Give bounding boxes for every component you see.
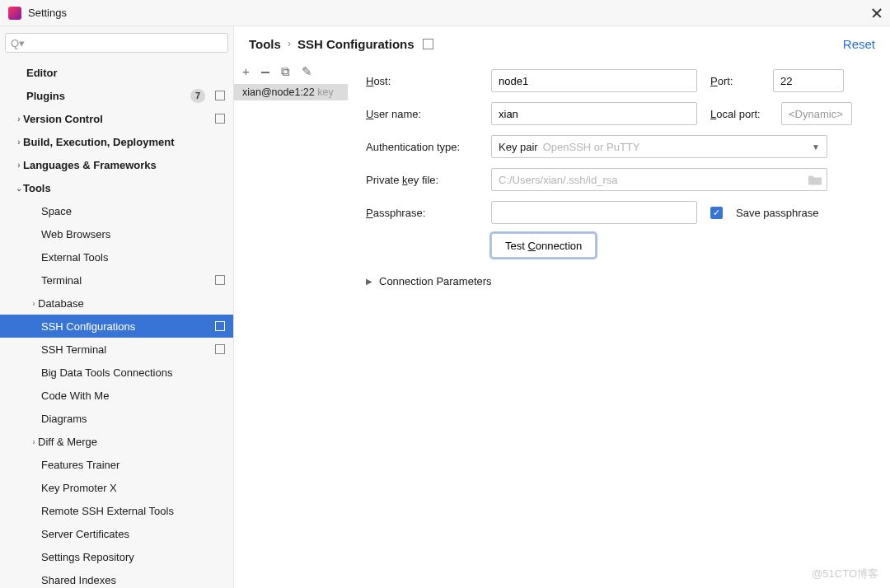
- sidebar-item-big-data-tools[interactable]: Big Data Tools Connections: [0, 361, 233, 384]
- sidebar-item-version-control[interactable]: ›Version Control: [0, 107, 233, 130]
- sidebar-label: Server Certificates: [41, 528, 225, 540]
- authtype-label: Authentication type:: [366, 141, 478, 153]
- breadcrumb: Tools › SSH Configurations Reset: [234, 26, 890, 61]
- add-icon[interactable]: +: [242, 64, 250, 79]
- connection-parameters-toggle[interactable]: ▶ Connection Parameters: [366, 275, 867, 287]
- keyfile-input[interactable]: [499, 174, 808, 186]
- test-connection-button[interactable]: Test Connection: [491, 233, 596, 258]
- keyfile-input-wrap[interactable]: [491, 168, 827, 191]
- localport-input[interactable]: [781, 102, 852, 125]
- chevron-right-icon: ›: [15, 114, 23, 124]
- search-input[interactable]: [28, 37, 222, 49]
- sidebar-label: Tools: [23, 182, 225, 194]
- sidebar-label: SSH Configurations: [41, 320, 210, 333]
- passphrase-label: Passphrase:: [366, 207, 478, 219]
- browse-icon[interactable]: [808, 175, 822, 185]
- passphrase-input[interactable]: [491, 201, 697, 224]
- sidebar-label: Web Browsers: [41, 228, 225, 240]
- authtype-select[interactable]: Key pairOpenSSH or PuTTY ▼: [491, 135, 827, 158]
- config-item-name: xian@node1:22: [242, 86, 315, 98]
- sidebar-label: Languages & Frameworks: [23, 159, 225, 171]
- sidebar-label: Big Data Tools Connections: [41, 366, 225, 379]
- keyfile-label: Private key file:: [366, 174, 478, 186]
- remove-icon[interactable]: [261, 64, 269, 79]
- authtype-hint: OpenSSH or PuTTY: [543, 141, 640, 153]
- host-label: Host:: [366, 75, 478, 87]
- connection-parameters-label: Connection Parameters: [379, 275, 492, 287]
- search-icon: Q▾: [11, 37, 25, 49]
- sidebar-item-server-certificates[interactable]: Server Certificates: [0, 522, 233, 545]
- sidebar-label: Diagrams: [41, 413, 225, 425]
- config-list-item[interactable]: xian@node1:22 key: [234, 84, 348, 100]
- sidebar-item-database[interactable]: ›Database: [0, 292, 233, 315]
- project-scope-icon: [215, 275, 225, 285]
- sidebar-label: Settings Repository: [41, 551, 225, 563]
- sidebar-item-terminal[interactable]: Terminal: [0, 268, 233, 292]
- reset-link[interactable]: Reset: [843, 37, 875, 51]
- save-passphrase-label: Save passphrase: [736, 207, 818, 219]
- sidebar-item-shared-indexes[interactable]: Shared Indexes: [0, 568, 233, 588]
- breadcrumb-root[interactable]: Tools: [249, 37, 281, 51]
- sidebar-label: Database: [38, 297, 225, 310]
- sidebar-item-editor[interactable]: Editor: [0, 61, 233, 84]
- sidebar-item-key-promoter[interactable]: Key Promoter X: [0, 476, 233, 499]
- edit-icon[interactable]: ✎: [302, 64, 312, 79]
- sidebar-label: External Tools: [41, 251, 225, 264]
- sidebar-label: Terminal: [41, 274, 210, 287]
- sidebar-label: Shared Indexes: [41, 574, 225, 586]
- sidebar-item-external-tools[interactable]: External Tools: [0, 245, 233, 268]
- sidebar-item-build-exec-deploy[interactable]: ›Build, Execution, Deployment: [0, 130, 233, 153]
- window-title: Settings: [28, 7, 872, 19]
- sidebar-item-ssh-configurations[interactable]: SSH Configurations: [0, 315, 233, 338]
- project-scope-icon: [215, 321, 225, 331]
- sidebar-item-space[interactable]: Space: [0, 199, 233, 222]
- config-item-auth: key: [315, 86, 334, 98]
- project-scope-icon: [215, 344, 225, 354]
- localport-label: Local port:: [710, 108, 768, 120]
- search-box[interactable]: Q▾: [5, 33, 228, 53]
- port-input[interactable]: [773, 69, 844, 92]
- sidebar-label: Diff & Merge: [38, 436, 225, 448]
- sidebar-label: Space: [41, 205, 225, 217]
- sidebar-item-diagrams[interactable]: Diagrams: [0, 407, 233, 430]
- sidebar-label: Build, Execution, Deployment: [23, 136, 225, 148]
- plugins-badge: 7: [190, 89, 205, 103]
- app-icon: [8, 7, 21, 20]
- breadcrumb-leaf: SSH Configurations: [297, 37, 415, 51]
- username-input[interactable]: [491, 102, 697, 125]
- sidebar-item-lang-frameworks[interactable]: ›Languages & Frameworks: [0, 153, 233, 176]
- authtype-value: Key pair: [499, 141, 538, 153]
- sidebar-label: Code With Me: [41, 390, 225, 402]
- chevron-right-icon: ›: [30, 299, 38, 308]
- copy-icon[interactable]: ⧉: [281, 64, 290, 79]
- port-label: Port:: [710, 75, 760, 87]
- sidebar-label: Version Control: [23, 113, 210, 125]
- chevron-right-icon: ›: [30, 437, 38, 446]
- sidebar-item-diff-merge[interactable]: ›Diff & Merge: [0, 430, 233, 453]
- sidebar-label: SSH Terminal: [41, 343, 210, 356]
- username-label: User name:: [366, 108, 478, 120]
- project-scope-icon: [215, 91, 225, 100]
- sidebar-label: Remote SSH External Tools: [41, 505, 225, 517]
- sidebar-item-remote-ssh-ext-tools[interactable]: Remote SSH External Tools: [0, 499, 233, 522]
- sidebar-label: Key Promoter X: [41, 482, 225, 494]
- chevron-right-icon: ›: [288, 38, 291, 49]
- chevron-down-icon: ▼: [812, 142, 820, 152]
- sidebar-item-plugins[interactable]: Plugins7: [0, 84, 233, 107]
- project-scope-icon: [215, 114, 225, 124]
- watermark: @51CTO博客: [812, 567, 878, 581]
- sidebar-label: Plugins: [26, 90, 190, 102]
- chevron-down-icon: ⌄: [15, 184, 23, 193]
- sidebar-item-code-with-me[interactable]: Code With Me: [0, 384, 233, 407]
- sidebar-item-web-browsers[interactable]: Web Browsers: [0, 222, 233, 245]
- sidebar-item-tools[interactable]: ⌄Tools: [0, 176, 233, 199]
- sidebar-label: Editor: [26, 67, 225, 79]
- sidebar-item-features-trainer[interactable]: Features Trainer: [0, 453, 233, 476]
- host-input[interactable]: [491, 69, 697, 92]
- sidebar-item-ssh-terminal[interactable]: SSH Terminal: [0, 338, 233, 361]
- sidebar-item-settings-repository[interactable]: Settings Repository: [0, 545, 233, 568]
- save-passphrase-checkbox[interactable]: ✓: [710, 207, 723, 219]
- close-icon[interactable]: [872, 8, 882, 18]
- sidebar-label: Features Trainer: [41, 459, 225, 471]
- chevron-right-icon: ▶: [366, 277, 372, 286]
